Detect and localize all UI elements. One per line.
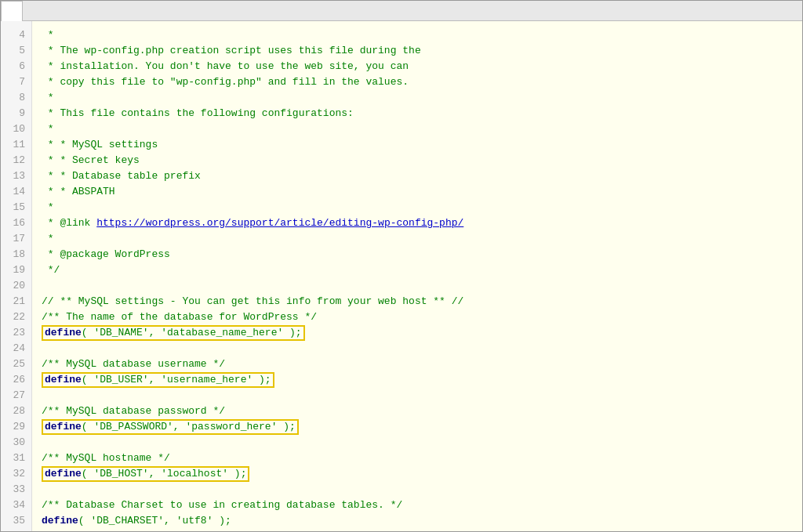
code-line: *	[42, 121, 802, 137]
line-number: 26	[1, 372, 31, 388]
keyword: define	[45, 466, 82, 482]
code-line: // ** MySQL settings - You can get this …	[42, 294, 802, 309]
line-number: 30	[1, 435, 31, 451]
line-number: 17	[1, 231, 31, 247]
comment-text: * * MySQL settings	[42, 137, 158, 153]
line-number: 13	[1, 168, 31, 184]
line-number: 8	[1, 90, 31, 106]
code-line: /** MySQL hostname */	[42, 451, 802, 466]
comment-text: * * Secret keys	[42, 153, 140, 168]
code-line: * The wp-config.php creation script uses…	[42, 43, 802, 59]
line-number: 25	[1, 356, 31, 372]
line-number: 34	[1, 498, 31, 513]
line-number: 10	[1, 121, 31, 137]
code-line: *	[42, 90, 802, 106]
line-number: 18	[1, 247, 31, 262]
code-line: /** MySQL database password */	[42, 404, 802, 419]
code-line: define( 'DB_CHARSET', 'utf8' );	[42, 513, 802, 529]
comment-text: * This file contains the following confi…	[42, 106, 354, 121]
editor-window: 4567891011121314151617181920212223242526…	[0, 0, 803, 532]
keyword: define	[45, 325, 82, 341]
tab-bar	[1, 1, 802, 21]
comment-text: * copy this file to "wp-config.php" and …	[42, 74, 409, 90]
line-number: 5	[1, 43, 31, 59]
comment-text: * installation. You don't have to use th…	[42, 59, 409, 74]
line-number: 27	[1, 388, 31, 404]
line-number: 31	[1, 451, 31, 466]
line-number: 23	[1, 325, 31, 341]
line-number: 21	[1, 294, 31, 309]
comment-text: *	[42, 90, 54, 106]
line-number: 14	[1, 184, 31, 200]
code-line	[42, 341, 802, 356]
code-line: define( 'DB_NAME', 'database_name_here' …	[42, 325, 802, 341]
highlighted-define: define( 'DB_USER', 'username_here' );	[42, 372, 274, 388]
define-args: ( 'DB_PASSWORD', 'password_here' );	[82, 419, 296, 435]
comment-text: /** Database Charset to use in creating …	[42, 498, 402, 513]
comment-text: *	[42, 121, 54, 137]
code-line: /** MySQL database username */	[42, 356, 802, 372]
code-line: *	[42, 27, 802, 43]
line-number: 36	[1, 529, 31, 531]
code-line: * This file contains the following confi…	[42, 106, 802, 121]
code-line: * @link https://wordpress.org/support/ar…	[42, 215, 802, 231]
comment-text: *	[42, 231, 54, 247]
highlighted-define: define( 'DB_HOST', 'localhost' );	[42, 466, 249, 482]
code-line: define( 'DB_PASSWORD', 'password_here' )…	[42, 419, 802, 435]
comment-text: /** MySQL hostname */	[42, 451, 170, 466]
code-line: define( 'DB_HOST', 'localhost' );	[42, 466, 802, 482]
line-number: 20	[1, 278, 31, 294]
comment-text: *	[42, 200, 54, 215]
code-line: /** Database Charset to use in creating …	[42, 498, 802, 513]
comment-text: /** The name of the database for WordPre…	[42, 309, 317, 325]
code-line: * * MySQL settings	[42, 137, 802, 153]
line-number: 11	[1, 137, 31, 153]
code-line: * * Secret keys	[42, 153, 802, 168]
code-line	[42, 388, 802, 404]
comment-text: *	[42, 27, 54, 43]
code-line: * * ABSPATH	[42, 184, 802, 200]
editor-area: 4567891011121314151617181920212223242526…	[1, 21, 802, 531]
line-number: 7	[1, 74, 31, 90]
line-number: 28	[1, 404, 31, 419]
highlighted-define: define( 'DB_NAME', 'database_name_here' …	[42, 325, 305, 341]
code-line: *	[42, 200, 802, 215]
code-line	[42, 529, 802, 531]
code-line	[42, 482, 802, 498]
define-args: ( 'DB_NAME', 'database_name_here' );	[82, 325, 302, 341]
comment-text: */	[42, 262, 60, 278]
code-line: * @package WordPress	[42, 247, 802, 262]
link[interactable]: https://wordpress.org/support/article/ed…	[96, 215, 463, 231]
code-line: * installation. You don't have to use th…	[42, 59, 802, 74]
code-line: */	[42, 262, 802, 278]
line-number: 9	[1, 106, 31, 121]
code-line	[42, 435, 802, 451]
comment-text: // ** MySQL settings - You can get this …	[42, 294, 463, 309]
line-number: 19	[1, 262, 31, 278]
keyword: define	[45, 372, 82, 388]
define-args: ( 'DB_CHARSET', 'utf8' );	[78, 513, 231, 529]
code-line: define( 'DB_USER', 'username_here' );	[42, 372, 802, 388]
code-content[interactable]: * * The wp-config.php creation script us…	[32, 21, 802, 531]
code-line	[42, 278, 802, 294]
define-args: ( 'DB_USER', 'username_here' );	[82, 372, 271, 388]
comment-text: /** MySQL database username */	[42, 356, 225, 372]
line-number: 15	[1, 200, 31, 215]
keyword: define	[45, 419, 82, 435]
comment-text: * The wp-config.php creation script uses…	[42, 43, 421, 59]
line-number: 6	[1, 59, 31, 74]
line-number: 33	[1, 482, 31, 498]
code-line: * copy this file to "wp-config.php" and …	[42, 74, 802, 90]
line-number: 24	[1, 341, 31, 356]
define-args: ( 'DB_HOST', 'localhost' );	[82, 466, 247, 482]
code-line: * * Database table prefix	[42, 168, 802, 184]
keyword: define	[42, 513, 78, 529]
line-number: 29	[1, 419, 31, 435]
file-tab[interactable]	[1, 1, 23, 21]
comment-text: * @link	[42, 215, 96, 231]
line-number: 22	[1, 309, 31, 325]
line-number: 32	[1, 466, 31, 482]
comment-text: * * Database table prefix	[42, 168, 201, 184]
line-numbers: 4567891011121314151617181920212223242526…	[1, 21, 32, 531]
comment-text: /** MySQL database password */	[42, 404, 225, 419]
